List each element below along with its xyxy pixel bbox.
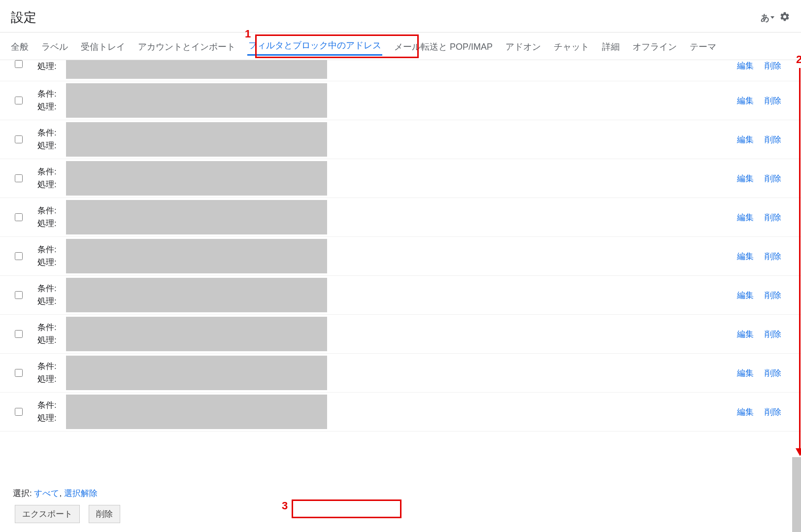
filter-labels: 条件:処理: xyxy=(37,166,66,192)
edit-link[interactable]: 編集 xyxy=(737,95,754,106)
filter-checkbox[interactable] xyxy=(15,369,23,377)
filter-row: 条件:処理:編集削除 xyxy=(0,315,801,354)
filter-row: 処理:編集削除 xyxy=(0,60,801,81)
filter-labels: 条件:処理: xyxy=(37,88,66,114)
tab-10[interactable]: テーマ xyxy=(689,39,717,55)
bulk-buttons: エクスポート 削除 xyxy=(0,503,801,530)
ime-label: あ xyxy=(761,12,769,24)
tab-3[interactable]: アカウントとインポート xyxy=(137,39,236,55)
delete-link[interactable]: 削除 xyxy=(765,173,781,184)
redacted-content xyxy=(66,317,327,351)
redacted-content xyxy=(66,83,327,118)
redacted-content xyxy=(66,239,327,273)
select-all-link[interactable]: すべて xyxy=(34,489,59,498)
redacted-content xyxy=(66,161,327,196)
filter-checkbox[interactable] xyxy=(15,60,23,68)
tab-6[interactable]: アドオン xyxy=(504,39,542,55)
filter-checkbox[interactable] xyxy=(15,97,23,104)
edit-link[interactable]: 編集 xyxy=(737,212,754,223)
delete-link[interactable]: 削除 xyxy=(765,212,781,223)
settings-tabs: 全般ラベル受信トレイアカウントとインポートフィルタとブロック中のアドレスメール転… xyxy=(0,33,801,60)
redacted-content xyxy=(66,122,327,157)
filter-checkbox[interactable] xyxy=(15,291,23,299)
delete-link[interactable]: 削除 xyxy=(765,60,781,71)
edit-link[interactable]: 編集 xyxy=(737,329,754,340)
filter-row: 条件:処理:編集削除 xyxy=(0,159,801,198)
gear-icon[interactable] xyxy=(779,11,790,24)
filter-labels: 条件:処理: xyxy=(37,243,66,269)
tab-4[interactable]: フィルタとブロック中のアドレス xyxy=(247,37,382,56)
delete-link[interactable]: 削除 xyxy=(765,367,781,379)
filter-checkbox[interactable] xyxy=(15,135,23,143)
filter-actions: 編集削除 xyxy=(737,406,791,418)
select-prefix: 選択: xyxy=(13,489,32,498)
delete-link[interactable]: 削除 xyxy=(765,290,781,301)
filter-row: 条件:処理:編集削除 xyxy=(0,120,801,159)
redacted-content xyxy=(66,200,327,234)
scrollbar-thumb[interactable] xyxy=(792,457,801,532)
redacted-content xyxy=(66,278,327,312)
filter-checkbox[interactable] xyxy=(15,408,23,416)
delete-link[interactable]: 削除 xyxy=(765,251,781,262)
page-title: 設定 xyxy=(11,9,36,26)
filter-labels: 処理: xyxy=(37,60,66,73)
filter-row: 条件:処理:編集削除 xyxy=(0,393,801,432)
filter-labels: 条件:処理: xyxy=(37,127,66,153)
filter-checkbox[interactable] xyxy=(15,252,23,260)
select-row: 選択: すべて, 選択解除 xyxy=(0,484,801,503)
filter-actions: 編集削除 xyxy=(737,251,791,262)
filter-labels: 条件:処理: xyxy=(37,204,66,231)
filter-checkbox[interactable] xyxy=(15,174,23,182)
filter-labels: 条件:処理: xyxy=(37,321,66,347)
filter-row: 条件:処理:編集削除 xyxy=(0,354,801,393)
filter-checkbox[interactable] xyxy=(15,330,23,338)
filter-labels: 条件:処理: xyxy=(37,399,66,425)
export-button[interactable]: エクスポート xyxy=(15,505,80,523)
edit-link[interactable]: 編集 xyxy=(737,406,754,418)
select-none-link[interactable]: 選択解除 xyxy=(64,489,98,498)
filter-actions: 編集削除 xyxy=(737,290,791,301)
delete-button[interactable]: 削除 xyxy=(89,505,120,523)
filter-row: 条件:処理:編集削除 xyxy=(0,198,801,237)
filter-actions: 編集削除 xyxy=(737,95,791,106)
edit-link[interactable]: 編集 xyxy=(737,290,754,301)
filter-checkbox[interactable] xyxy=(15,213,23,221)
redacted-content xyxy=(66,60,327,79)
delete-link[interactable]: 削除 xyxy=(765,95,781,106)
redacted-content xyxy=(66,356,327,390)
filter-row: 条件:処理:編集削除 xyxy=(0,276,801,315)
filter-row: 条件:処理:編集削除 xyxy=(0,81,801,120)
edit-link[interactable]: 編集 xyxy=(737,367,754,379)
delete-link[interactable]: 削除 xyxy=(765,406,781,418)
filter-labels: 条件:処理: xyxy=(37,282,66,308)
tab-9[interactable]: オフライン xyxy=(632,39,678,55)
edit-link[interactable]: 編集 xyxy=(737,251,754,262)
filter-actions: 編集削除 xyxy=(737,367,791,379)
header-right: あ xyxy=(761,11,790,24)
edit-link[interactable]: 編集 xyxy=(737,60,754,71)
filter-actions: 編集削除 xyxy=(737,173,791,184)
filter-bottom-links: 新しいフィルタを作成 フィルタをインポート xyxy=(0,530,801,532)
filter-actions: 編集削除 xyxy=(737,134,791,145)
edit-link[interactable]: 編集 xyxy=(737,173,754,184)
filter-actions: 編集削除 xyxy=(737,60,791,71)
delete-link[interactable]: 削除 xyxy=(765,329,781,340)
settings-header: 設定 あ xyxy=(0,0,801,33)
caret-down-icon xyxy=(770,16,774,19)
separator: , xyxy=(59,489,62,498)
tab-5[interactable]: メール転送と POP/IMAP xyxy=(393,39,494,55)
delete-link[interactable]: 削除 xyxy=(765,134,781,145)
tab-0[interactable]: 全般 xyxy=(10,39,30,55)
tab-7[interactable]: チャット xyxy=(553,39,590,55)
filter-row: 条件:処理:編集削除 xyxy=(0,237,801,276)
edit-link[interactable]: 編集 xyxy=(737,134,754,145)
tab-1[interactable]: ラベル xyxy=(40,39,69,55)
filter-labels: 条件:処理: xyxy=(37,360,66,386)
input-method-indicator[interactable]: あ xyxy=(761,12,774,24)
filter-actions: 編集削除 xyxy=(737,329,791,340)
tab-8[interactable]: 詳細 xyxy=(601,39,621,55)
filters-content: 処理:編集削除条件:処理:編集削除条件:処理:編集削除条件:処理:編集削除条件:… xyxy=(0,60,801,484)
redacted-content xyxy=(66,395,327,429)
tab-2[interactable]: 受信トレイ xyxy=(80,39,126,55)
filter-actions: 編集削除 xyxy=(737,212,791,223)
